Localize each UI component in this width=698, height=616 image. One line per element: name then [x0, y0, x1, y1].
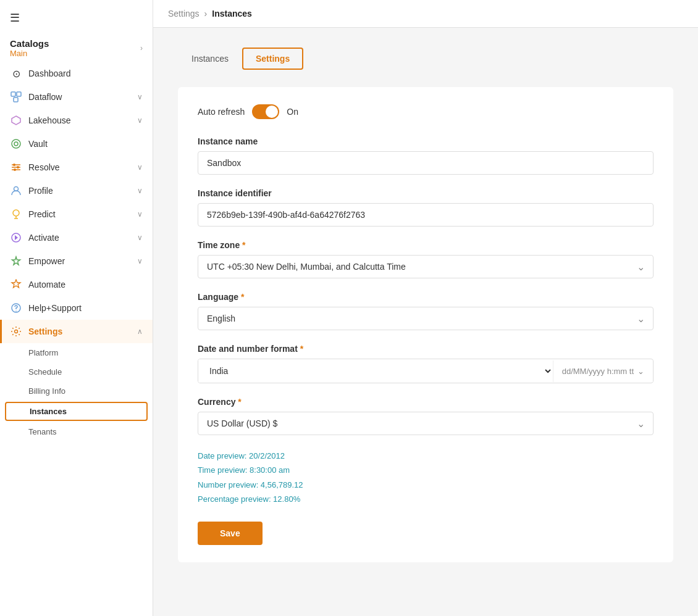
date-format-group: Date and number format * India dd/MM/yyy… — [198, 344, 654, 383]
catalogs-title: Catalogs — [10, 38, 49, 49]
sidebar-item-vault[interactable]: Vault — [0, 132, 153, 156]
hamburger-icon[interactable]: ☰ — [10, 11, 20, 25]
toggle-on-label: On — [287, 107, 298, 117]
preview-section: Date preview: 20/2/2012 Time preview: 8:… — [198, 449, 654, 507]
breadcrumb-current: Instances — [212, 9, 252, 19]
sidebar-item-profile[interactable]: Profile ∨ — [0, 179, 153, 202]
auto-refresh-label: Auto refresh — [198, 107, 245, 117]
percentage-preview: Percentage preview: 12.80% — [198, 492, 654, 506]
dashboard-icon: ⊙ — [10, 67, 22, 80]
tab-settings[interactable]: Settings — [242, 48, 303, 70]
settings-label: Settings — [28, 327, 62, 336]
date-format-pattern-text: dd/MM/yyyy h:mm tt — [562, 367, 634, 376]
nav-list: ⊙ Dashboard Dataflow ∨ Lakehouse ∨ — [0, 62, 153, 441]
automate-label: Automate — [28, 280, 65, 289]
activate-chevron: ∨ — [137, 233, 143, 242]
svg-point-11 — [14, 169, 16, 171]
lakehouse-chevron: ∨ — [137, 116, 143, 125]
currency-select[interactable]: US Dollar (USD) $ — [198, 412, 654, 435]
predict-label: Predict — [28, 209, 56, 219]
svg-marker-3 — [12, 116, 20, 125]
language-select[interactable]: English — [198, 307, 654, 330]
instance-identifier-group: Instance identifier — [198, 188, 654, 227]
empower-label: Empower — [28, 256, 65, 266]
sidebar-item-activate[interactable]: Activate ∨ — [0, 226, 153, 249]
vault-icon — [10, 138, 22, 150]
currency-group: Currency * US Dollar (USD) $ — [198, 397, 654, 435]
catalogs-row[interactable]: Catalogs Main › — [10, 38, 143, 58]
breadcrumb-settings[interactable]: Settings — [168, 9, 200, 19]
resolve-chevron: ∨ — [137, 163, 143, 172]
profile-icon — [10, 185, 22, 197]
tabs-row: Instances Settings — [178, 48, 673, 70]
sidebar-item-dataflow[interactable]: Dataflow ∨ — [0, 85, 153, 109]
sidebar-item-resolve[interactable]: Resolve ∨ — [0, 156, 153, 179]
svg-point-10 — [17, 166, 19, 169]
sidebar-item-dashboard[interactable]: ⊙ Dashboard — [0, 62, 153, 85]
activate-icon — [10, 231, 22, 244]
lakehouse-icon — [10, 114, 22, 127]
profile-label: Profile — [28, 186, 53, 196]
predict-icon — [10, 208, 22, 220]
sidebar-item-help-support[interactable]: Help+Support — [0, 296, 153, 320]
date-format-chevron-icon: ⌄ — [637, 367, 644, 376]
tab-instances[interactable]: Instances — [178, 48, 242, 70]
sidebar-item-settings[interactable]: Settings ∧ — [0, 320, 153, 343]
vault-label: Vault — [28, 139, 48, 149]
svg-point-19 — [15, 330, 18, 333]
instance-name-label: Instance name — [198, 136, 654, 146]
catalogs-section: Catalogs Main › — [0, 32, 153, 62]
sidebar-sub-item-tenants[interactable]: Tenants — [0, 422, 153, 441]
timezone-label: Time zone * — [198, 240, 654, 250]
date-preview: Date preview: 20/2/2012 — [198, 449, 654, 463]
help-support-label: Help+Support — [28, 303, 82, 313]
sidebar-item-predict[interactable]: Predict ∨ — [0, 202, 153, 226]
timezone-group: Time zone * UTC +05:30 New Delhi, Mumbai… — [198, 240, 654, 278]
catalogs-chevron: › — [140, 44, 143, 52]
sidebar-item-lakehouse[interactable]: Lakehouse ∨ — [0, 109, 153, 132]
dataflow-icon — [10, 91, 22, 103]
sidebar-sub-item-schedule[interactable]: Schedule — [0, 362, 153, 381]
resolve-icon — [10, 161, 22, 173]
predict-chevron: ∨ — [137, 210, 143, 219]
currency-label: Currency * — [198, 397, 654, 407]
dashboard-label: Dashboard — [28, 69, 71, 78]
lakehouse-label: Lakehouse — [28, 115, 71, 125]
date-format-pattern[interactable]: dd/MM/yyyy h:mm tt ⌄ — [553, 360, 653, 382]
breadcrumb: Settings › Instances — [153, 0, 698, 28]
instance-identifier-input[interactable] — [198, 203, 654, 227]
svg-point-4 — [12, 139, 20, 148]
number-preview: Number preview: 4,56,789.12 — [198, 478, 654, 492]
profile-chevron: ∨ — [137, 186, 143, 195]
save-button[interactable]: Save — [198, 522, 263, 545]
sidebar-item-empower[interactable]: Empower ∨ — [0, 249, 153, 273]
sidebar-sub-item-platform[interactable]: Platform — [0, 343, 153, 362]
svg-point-18 — [15, 310, 17, 312]
sidebar-sub-item-billing-info[interactable]: Billing Info — [0, 381, 153, 401]
auto-refresh-toggle[interactable] — [252, 104, 279, 119]
language-group: Language * English — [198, 292, 654, 330]
timezone-select-wrapper: UTC +05:30 New Delhi, Mumbai, and Calcut… — [198, 255, 654, 278]
auto-refresh-row: Auto refresh On — [198, 104, 654, 119]
time-preview: Time preview: 8:30:00 am — [198, 463, 654, 477]
svg-rect-1 — [17, 92, 21, 96]
empower-chevron: ∨ — [137, 257, 143, 265]
date-format-country-select[interactable]: India — [198, 359, 553, 383]
main-content: Settings › Instances Instances Settings … — [153, 0, 698, 616]
instance-identifier-label: Instance identifier — [198, 188, 654, 198]
settings-chevron: ∧ — [137, 327, 143, 336]
timezone-select[interactable]: UTC +05:30 New Delhi, Mumbai, and Calcut… — [198, 255, 654, 278]
currency-select-wrapper: US Dollar (USD) $ — [198, 412, 654, 435]
svg-rect-2 — [14, 98, 18, 102]
settings-icon — [10, 325, 22, 338]
form-section: Auto refresh On Instance name Instance i… — [178, 87, 673, 562]
sidebar-item-automate[interactable]: Automate — [0, 273, 153, 296]
sidebar-sub-item-instances[interactable]: Instances — [5, 402, 148, 421]
content-area: Instances Settings Auto refresh On Insta… — [153, 28, 698, 616]
resolve-label: Resolve — [28, 162, 60, 172]
instance-name-input[interactable] — [198, 151, 654, 175]
svg-point-5 — [14, 142, 18, 146]
date-format-row[interactable]: India dd/MM/yyyy h:mm tt ⌄ — [198, 359, 654, 383]
catalogs-subtitle: Main — [10, 49, 49, 58]
instance-name-group: Instance name — [198, 136, 654, 175]
